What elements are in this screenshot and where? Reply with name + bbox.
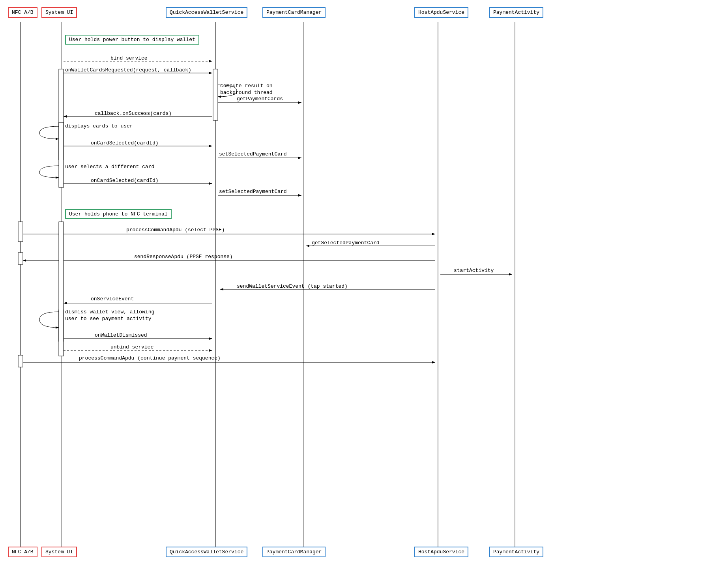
actor-nfc-top: NFC A/B: [8, 7, 37, 18]
label-getpaymentcards: getPaymentCards: [237, 96, 283, 102]
label-oncard-selected-2: onCardSelected(cardId): [91, 178, 159, 184]
label-startactivity: startActivity: [454, 268, 494, 274]
actor-sysui-bottom: System UI: [41, 547, 77, 557]
svg-rect-28: [59, 222, 64, 356]
actor-has-top: HostApduService: [414, 7, 468, 18]
label-sendresponse-ppse: sendResponseApdu (PPSE response): [134, 254, 233, 260]
actor-has-bottom: HostApduService: [414, 547, 468, 557]
actor-qaws-top: QuickAccessWalletService: [166, 7, 247, 18]
label-unbind-service: unbind service: [110, 344, 153, 350]
actor-pa-bottom: PaymentActivity: [489, 547, 543, 557]
label-user-selects-diff: user selects a different card: [65, 164, 154, 170]
note-power-button: User holds power button to display walle…: [65, 35, 199, 45]
svg-rect-30: [18, 253, 23, 264]
label-oncard-selected-1: onCardSelected(cardId): [91, 140, 159, 146]
svg-rect-7: [59, 69, 64, 160]
actor-pcm-bottom: PaymentCardManager: [262, 547, 326, 557]
label-setselected-2: setSelectedPaymentCard: [219, 189, 287, 195]
label-setselected-1: setSelectedPaymentCard: [219, 151, 287, 157]
note-nfc-terminal: User holds phone to NFC terminal: [65, 209, 172, 219]
label-dismiss-wallet: dismiss wallet view, allowinguser to see…: [65, 309, 154, 322]
label-onserviceevent: onServiceEvent: [91, 296, 134, 302]
label-processapdu-ppse: processCommandApdu (select PPSE): [126, 227, 225, 233]
sequence-diagram: NFC A/B System UI QuickAccessWalletServi…: [0, 0, 728, 562]
svg-rect-31: [18, 355, 23, 367]
label-displays-cards: displays cards to user: [65, 123, 133, 129]
actor-sysui-top: System UI: [41, 7, 77, 18]
actor-qaws-bottom: QuickAccessWalletService: [166, 547, 247, 557]
label-bind-service: bind service: [110, 55, 148, 61]
label-onwallet-dismissed: onWalletDismissed: [95, 332, 147, 338]
svg-rect-10: [59, 310, 64, 341]
label-getselected-payment: getSelectedPaymentCard: [312, 240, 380, 246]
label-sendwallet-event: sendWalletServiceEvent (tap started): [237, 283, 348, 289]
label-callback-onsuccess: callback.onSuccess(cards): [95, 111, 172, 116]
label-onwalletcards: onWalletCardsRequested(request, callback…: [65, 67, 191, 73]
svg-rect-8: [213, 69, 218, 120]
svg-rect-29: [18, 222, 23, 242]
actor-pcm-top: PaymentCardManager: [262, 7, 326, 18]
arrows-svg: [0, 0, 728, 562]
actor-nfc-bottom: NFC A/B: [8, 547, 37, 557]
label-compute-result: compute result onbackground thread: [220, 83, 273, 96]
label-processapdu-continue: processCommandApdu (continue payment seq…: [79, 355, 221, 361]
actor-pa-top: PaymentActivity: [489, 7, 543, 18]
svg-rect-9: [59, 122, 64, 187]
